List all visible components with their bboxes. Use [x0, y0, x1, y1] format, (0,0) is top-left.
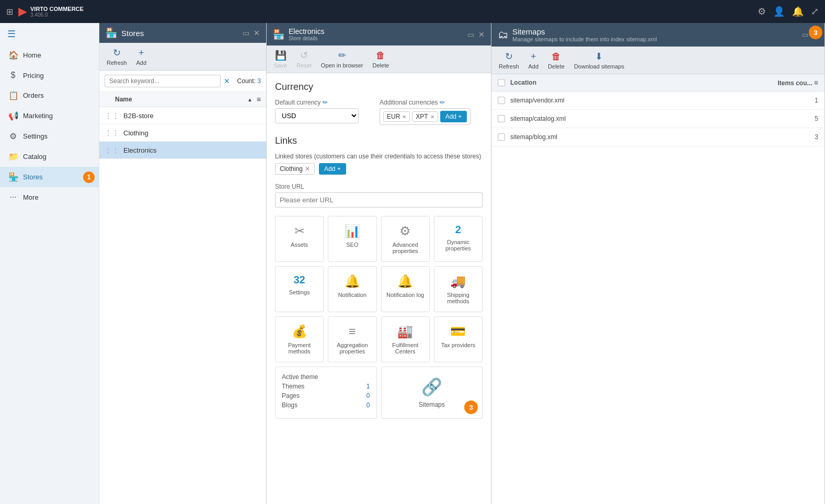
sitemap-checkbox-0[interactable]: [498, 97, 510, 104]
sidebar-item-catalog[interactable]: 📁 Catalog: [0, 146, 99, 167]
sitemap-row-0[interactable]: sitemap/vendor.xml 1: [491, 91, 824, 110]
electronics-content: Currency Default currency ✏ USD: [267, 73, 491, 504]
top-bar-left: ⊞ ▶ VIRTO COMMERCE 3.406.0: [6, 5, 84, 18]
save-button[interactable]: 💾 Save: [272, 49, 289, 70]
widget-notification-log[interactable]: 🔔 Notification log: [381, 266, 430, 312]
store-row-electronics[interactable]: ⋮⋮ Electronics: [99, 142, 266, 159]
notif-log-label: Notification log: [386, 292, 424, 298]
sitemaps-header-controls: 3 ▭ ✕: [802, 31, 818, 39]
column-menu-icon[interactable]: ≡: [814, 78, 818, 87]
column-settings-icon[interactable]: ≡: [257, 95, 261, 104]
store-row-b2b[interactable]: ⋮⋮ B2B-store: [99, 107, 266, 124]
sitemaps-download-button[interactable]: ⬇ Download sitemaps: [572, 50, 626, 71]
sidebar-item-pricing-label: Pricing: [23, 72, 44, 79]
widget-tax[interactable]: 💳 Tax providers: [434, 316, 483, 362]
widget-advanced[interactable]: ⚙ Advanced properties: [381, 216, 430, 262]
expand-icon[interactable]: ⤢: [811, 6, 819, 17]
widget-aggregation[interactable]: ≡ Aggregation properties: [328, 316, 376, 362]
widget-payment[interactable]: 💰 Payment methods: [275, 316, 324, 362]
store-row-clothing[interactable]: ⋮⋮ Clothing: [99, 124, 266, 142]
stores-add-button[interactable]: + Add: [134, 47, 149, 67]
sitemap-checkbox-1[interactable]: [498, 115, 510, 122]
sitemaps-minimize-icon[interactable]: ▭: [802, 31, 808, 39]
settings-icon[interactable]: ⚙: [758, 6, 766, 17]
add-currency-button[interactable]: Add +: [440, 111, 467, 122]
widget-fulfillment[interactable]: 🏭 Fulfillment Centers: [381, 316, 430, 362]
reset-button[interactable]: ↺ Reset: [294, 49, 314, 70]
sidebar-item-more[interactable]: ··· More: [0, 187, 99, 207]
widget-settings[interactable]: 32 Settings: [275, 266, 324, 312]
blogs-label: Blogs: [282, 402, 297, 409]
widget-shipping[interactable]: 🚚 Shipping methods: [434, 266, 483, 312]
open-browser-button[interactable]: ✏ Open in browser: [319, 49, 365, 70]
clothing-remove-icon[interactable]: ✕: [305, 165, 310, 173]
sitemaps-delete-button[interactable]: 🗑 Delete: [546, 50, 567, 71]
sitemap-row-1[interactable]: sitemap/catalog.xml 5: [491, 110, 824, 128]
clothing-label: Clothing: [280, 165, 303, 173]
sidebar-menu-toggle[interactable]: ☰: [0, 23, 99, 45]
store-name-electronics: Electronics: [123, 146, 157, 154]
additional-currencies-col: Additional currencies ✏ EUR ✕ XPT: [380, 99, 471, 125]
sidebar-item-home[interactable]: 🏠 Home: [0, 45, 99, 65]
add-linked-store-button[interactable]: Add +: [319, 163, 346, 175]
sitemaps-panel: 🗂 Sitemaps Manage sitemaps to include th…: [491, 23, 825, 504]
default-currency-label: Default currency ✏: [275, 99, 359, 106]
stores-name-col: Name: [115, 96, 247, 103]
delete-button[interactable]: 🗑 Delete: [371, 49, 392, 70]
stores-refresh-button[interactable]: ↻ Refresh: [105, 46, 129, 67]
sitemaps-refresh-button[interactable]: ↻ Refresh: [497, 50, 521, 71]
widget-seo[interactable]: 📊 SEO: [328, 216, 376, 262]
sitemaps-title-text-block: Sitemaps Manage sitemaps to include them…: [512, 27, 657, 42]
store-url-input[interactable]: [275, 192, 483, 208]
sort-asc-icon[interactable]: ▲: [247, 97, 253, 102]
sidebar-item-stores[interactable]: 🏪 Stores 1: [0, 167, 99, 187]
sitemaps-add-button[interactable]: + Add: [526, 50, 541, 71]
stores-add-label: Add: [136, 60, 147, 66]
active-theme-label: Active theme: [282, 373, 318, 381]
widget-notification[interactable]: 🔔 Notification: [328, 266, 376, 312]
sitemaps-download-icon: ⬇: [595, 51, 603, 62]
themes-count: 1: [366, 383, 370, 390]
eur-remove-icon[interactable]: ✕: [402, 114, 406, 120]
dynamic-label: Dynamic properties: [439, 239, 478, 251]
sitemaps-add-icon: +: [531, 51, 536, 62]
bottom-card-sitemaps[interactable]: 🔗 Sitemaps 3: [381, 366, 483, 419]
apps-icon[interactable]: ⊞: [6, 7, 13, 17]
electronics-close-icon[interactable]: ✕: [478, 30, 485, 39]
widget-assets[interactable]: ✂ Assets: [275, 216, 324, 262]
electronics-minimize-icon[interactable]: ▭: [467, 30, 474, 39]
sitemap-count-0: 1: [776, 97, 818, 104]
sitemap-row-2[interactable]: sitemap/blog.xml 3: [491, 128, 824, 146]
bell-icon[interactable]: 🔔: [792, 6, 804, 17]
stores-close-icon[interactable]: ✕: [254, 29, 260, 37]
sidebar-item-settings[interactable]: ⚙ Settings: [0, 126, 99, 146]
sidebar-item-orders[interactable]: 📋 Orders: [0, 85, 99, 106]
search-clear-icon[interactable]: ✕: [224, 77, 230, 85]
sitemaps-refresh-label: Refresh: [499, 63, 519, 70]
default-currency-edit-icon[interactable]: ✏: [323, 99, 328, 106]
default-currency-col: Default currency ✏ USD: [275, 99, 359, 123]
select-all-checkbox[interactable]: [498, 79, 505, 86]
delete-label: Delete: [373, 62, 389, 68]
sitemaps-panel-icon: 🗂: [498, 29, 508, 41]
default-currency-select[interactable]: USD: [275, 108, 359, 123]
sitemap-checkbox-2[interactable]: [498, 133, 510, 141]
sitemaps-widget-label: Sitemaps: [419, 401, 445, 408]
electronics-panel-controls: ▭ ✕: [467, 30, 485, 39]
stores-search-input[interactable]: [105, 75, 221, 87]
sidebar-item-pricing[interactable]: $ Pricing: [0, 65, 99, 85]
additional-currencies-edit-icon[interactable]: ✏: [440, 99, 445, 106]
xpt-remove-icon[interactable]: ✕: [430, 114, 434, 120]
widget-dynamic[interactable]: 2 Dynamic properties: [434, 216, 483, 262]
notification-label: Notification: [338, 292, 366, 298]
bottom-card-themes[interactable]: Active theme Themes 1 Pages 0: [275, 366, 377, 419]
sidebar: ☰ 🏠 Home $ Pricing 📋 Orders 📢 Marketing …: [0, 23, 99, 504]
assets-label: Assets: [291, 242, 308, 248]
sitemap-location-2: sitemap/blog.xml: [510, 133, 776, 141]
xpt-tag: XPT ✕: [412, 111, 438, 122]
user-icon[interactable]: 👤: [773, 6, 785, 17]
linked-stores-row: Clothing ✕ Add +: [275, 163, 483, 175]
sidebar-item-marketing[interactable]: 📢 Marketing: [0, 106, 99, 126]
pages-row: Pages 0: [282, 392, 370, 399]
stores-minimize-icon[interactable]: ▭: [243, 29, 249, 37]
